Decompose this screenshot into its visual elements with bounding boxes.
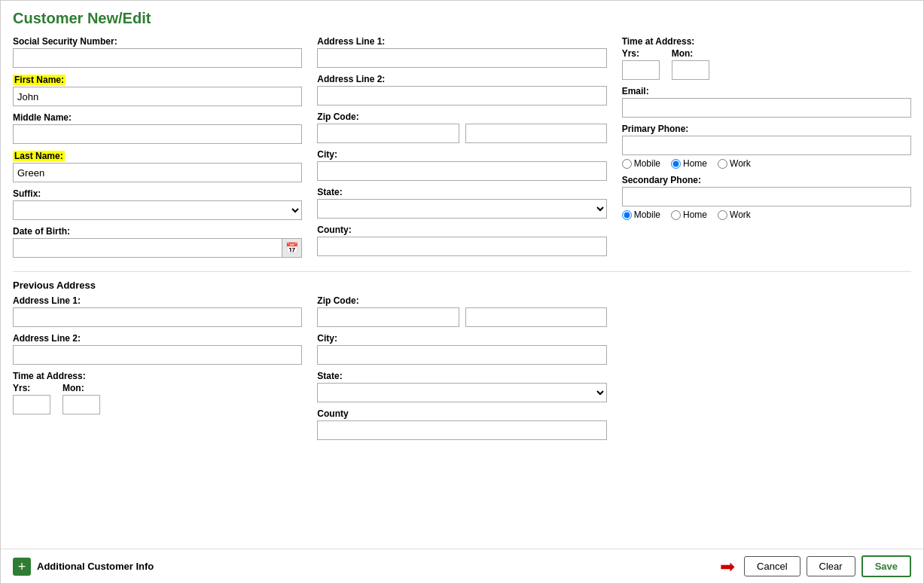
- calendar-button[interactable]: 📅: [282, 238, 302, 258]
- secondary-work-radio[interactable]: [718, 210, 727, 220]
- prev-mon-input[interactable]: [63, 395, 100, 414]
- first-name-input[interactable]: [13, 87, 302, 106]
- secondary-mobile-radio[interactable]: [622, 210, 632, 220]
- prev-addr2-input[interactable]: [13, 345, 302, 365]
- secondary-mobile-radio-label[interactable]: Mobile: [622, 209, 660, 220]
- prev-zip-input-1[interactable]: [317, 307, 459, 327]
- primary-home-radio[interactable]: [671, 159, 681, 169]
- secondary-mobile-label: Mobile: [634, 209, 660, 220]
- prev-yrs-label: Yrs:: [13, 383, 50, 393]
- prev-yrs-input[interactable]: [13, 395, 50, 414]
- zip-input-2[interactable]: [465, 124, 607, 143]
- clear-button[interactable]: Clear: [807, 556, 855, 576]
- footer-left: + Additional Customer Info: [13, 558, 154, 576]
- add-additional-info-button[interactable]: +: [13, 558, 31, 576]
- state-select[interactable]: ALAKAZAR CACOCTDE FLGAHIID ILINIAKS KYLA…: [317, 199, 606, 219]
- primary-home-radio-label[interactable]: Home: [671, 158, 707, 169]
- ssn-label: Social Security Number:: [13, 36, 302, 47]
- prev-city-label: City:: [317, 333, 606, 344]
- prev-addr1-label: Address Line 1:: [13, 295, 302, 306]
- county-label: County:: [317, 225, 606, 235]
- footer-right: ➡ Cancel Clear Save: [720, 555, 911, 577]
- prev-addr1-input[interactable]: [13, 307, 302, 327]
- secondary-home-radio[interactable]: [671, 210, 681, 220]
- save-button[interactable]: Save: [861, 555, 911, 577]
- email-input[interactable]: [622, 98, 911, 118]
- email-label: Email:: [622, 86, 911, 96]
- arrow-indicator: ➡: [720, 556, 735, 577]
- addr1-input[interactable]: [317, 48, 606, 68]
- prev-zip-label: Zip Code:: [317, 295, 606, 306]
- primary-mobile-radio[interactable]: [622, 159, 632, 169]
- secondary-work-label: Work: [730, 209, 751, 220]
- addr2-label: Address Line 2:: [317, 74, 606, 84]
- middle-name-input[interactable]: [13, 124, 302, 144]
- prev-zip-input-2[interactable]: [465, 307, 607, 327]
- prev-county-input[interactable]: [317, 420, 606, 440]
- cancel-button[interactable]: Cancel: [744, 556, 800, 576]
- dob-label: Date of Birth:: [13, 226, 302, 237]
- secondary-home-radio-label[interactable]: Home: [671, 209, 707, 220]
- ssn-input[interactable]: [13, 48, 302, 68]
- first-name-label: First Name:: [13, 75, 66, 85]
- zip-label: Zip Code:: [317, 112, 606, 122]
- primary-mobile-label: Mobile: [634, 158, 660, 169]
- secondary-work-radio-label[interactable]: Work: [718, 209, 751, 220]
- primary-work-label: Work: [730, 158, 751, 169]
- prev-address-title: Previous Address: [13, 280, 911, 291]
- primary-phone-label: Primary Phone:: [622, 124, 911, 134]
- last-name-label: Last Name:: [13, 151, 65, 161]
- yrs-input[interactable]: [622, 60, 660, 80]
- mon-input[interactable]: [672, 60, 709, 80]
- prev-county-label: County: [317, 408, 606, 419]
- prev-state-label: State:: [317, 371, 606, 381]
- prev-time-at-address-label: Time at Address:: [13, 371, 302, 381]
- secondary-phone-input[interactable]: [622, 187, 911, 206]
- county-input[interactable]: [317, 237, 606, 256]
- prev-addr2-label: Address Line 2:: [13, 333, 302, 344]
- zip-input-1[interactable]: [317, 124, 459, 143]
- prev-state-select[interactable]: ALAKAZCA COFLGAIL NYTXWA: [317, 383, 606, 402]
- primary-mobile-radio-label[interactable]: Mobile: [622, 158, 660, 169]
- secondary-phone-label: Secondary Phone:: [622, 175, 911, 185]
- last-name-input[interactable]: [13, 163, 302, 182]
- page-title: Customer New/Edit: [13, 10, 911, 27]
- city-label: City:: [317, 149, 606, 160]
- addr2-input[interactable]: [317, 86, 606, 105]
- primary-work-radio-label[interactable]: Work: [718, 158, 751, 169]
- suffix-label: Suffix:: [13, 188, 302, 199]
- suffix-select[interactable]: Jr. Sr. II III: [13, 200, 302, 220]
- footer: + Additional Customer Info ➡ Cancel Clea…: [1, 549, 923, 583]
- yrs-label: Yrs:: [622, 48, 660, 59]
- secondary-home-label: Home: [683, 209, 707, 220]
- primary-phone-input[interactable]: [622, 136, 911, 155]
- mon-label: Mon:: [672, 48, 709, 59]
- prev-city-input[interactable]: [317, 345, 606, 365]
- time-at-address-label: Time at Address:: [622, 36, 911, 47]
- primary-home-label: Home: [683, 158, 707, 169]
- city-input[interactable]: [317, 161, 606, 181]
- middle-name-label: Middle Name:: [13, 112, 302, 123]
- additional-info-label: Additional Customer Info: [37, 561, 154, 572]
- prev-mon-label: Mon:: [63, 383, 100, 393]
- addr1-label: Address Line 1:: [317, 36, 606, 47]
- primary-work-radio[interactable]: [718, 159, 727, 169]
- dob-input[interactable]: [13, 238, 282, 258]
- state-label: State:: [317, 187, 606, 197]
